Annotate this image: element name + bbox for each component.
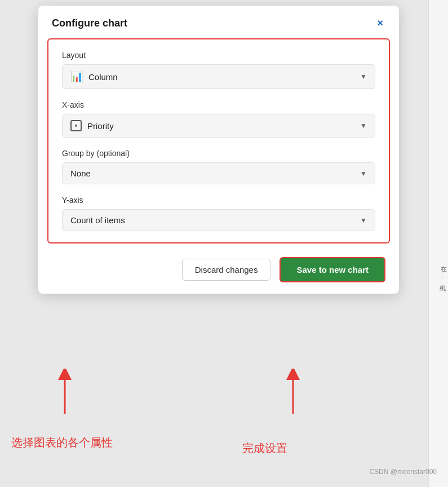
xaxis-value: Priority xyxy=(87,121,114,131)
groupby-dropdown-arrow: ▼ xyxy=(360,170,367,178)
layout-select[interactable]: 📊 Column ▼ xyxy=(62,64,375,89)
save-button[interactable]: Save to new chart xyxy=(280,257,385,282)
groupby-select-left: None xyxy=(70,169,91,178)
groupby-label: Group by (optional) xyxy=(62,149,375,158)
dialog-header: Configure chart × xyxy=(38,6,399,38)
layout-dropdown-arrow: ▼ xyxy=(360,73,367,81)
dialog-title: Configure chart xyxy=(52,17,127,29)
yaxis-value: Count of items xyxy=(70,215,125,225)
side-text: - 机 xyxy=(438,276,447,280)
configure-chart-dialog: Configure chart × Layout 📊 Column ▼ X-ax… xyxy=(38,6,399,294)
watermark: CSDN @moonstar000 xyxy=(369,468,437,476)
yaxis-dropdown-arrow: ▼ xyxy=(360,216,367,224)
yaxis-field-group: Y-axis Count of items ▼ xyxy=(62,196,375,231)
dialog-footer: Discard changes Save to new chart xyxy=(38,253,399,294)
groupby-value: None xyxy=(70,169,91,178)
priority-icon xyxy=(70,120,82,131)
layout-value: Column xyxy=(88,72,118,82)
xaxis-field-group: X-axis Priority ▼ xyxy=(62,100,375,138)
groupby-field-group: Group by (optional) None ▼ xyxy=(62,149,375,184)
xaxis-select[interactable]: Priority ▼ xyxy=(62,114,375,138)
right-arrow-svg xyxy=(276,369,310,414)
discard-button[interactable]: Discard changes xyxy=(182,259,271,281)
layout-field-group: Layout 📊 Column ▼ xyxy=(62,51,375,89)
yaxis-label: Y-axis xyxy=(62,196,375,205)
yaxis-select[interactable]: Count of items ▼ xyxy=(62,209,375,231)
xaxis-select-left: Priority xyxy=(70,120,114,131)
dialog-body: Layout 📊 Column ▼ X-axis Priority ▼ xyxy=(47,38,390,244)
layout-select-left: 📊 Column xyxy=(70,70,118,83)
close-button[interactable]: × xyxy=(375,17,385,29)
left-arrow-svg xyxy=(48,369,82,414)
right-annotation-text: 完成设置 xyxy=(242,441,287,456)
layout-label: Layout xyxy=(62,51,375,60)
xaxis-label: X-axis xyxy=(62,100,375,109)
column-chart-icon: 📊 xyxy=(70,70,83,83)
left-annotation-text: 选择图表的各个属性 xyxy=(11,435,113,450)
groupby-select[interactable]: None ▼ xyxy=(62,162,375,184)
xaxis-dropdown-arrow: ▼ xyxy=(360,122,367,130)
side-text2: 在 xyxy=(441,265,447,273)
side-panel: - 机 在 xyxy=(428,0,448,487)
yaxis-select-left: Count of items xyxy=(70,215,125,225)
